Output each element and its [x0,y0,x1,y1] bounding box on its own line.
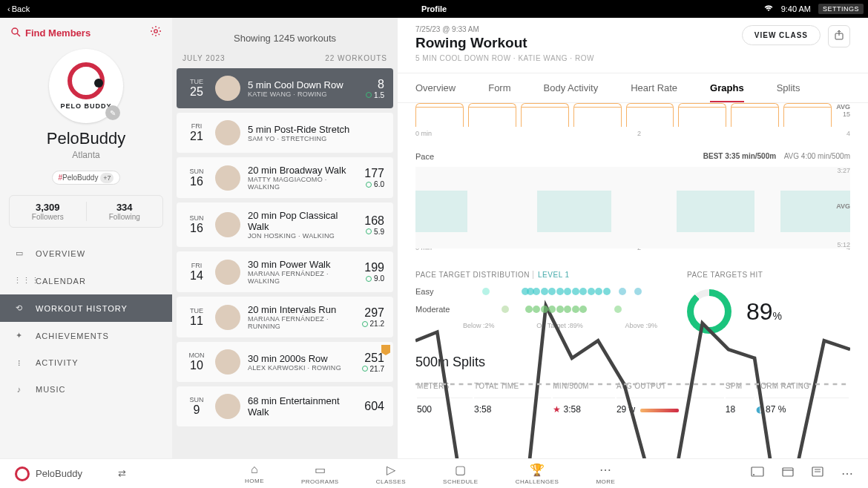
pace-best: BEST 3:35 min/500m [703,152,776,160]
home-icon: ⌂ [251,463,258,476]
settings-button[interactable]: SETTINGS [818,4,864,14]
instructor-avatar [215,394,240,419]
programs-icon: ▭ [315,463,326,477]
followers-stat[interactable]: 3,309 Followers [10,202,87,221]
bottom-nav-programs[interactable]: ▭PROGRAMS [301,463,339,485]
challenges-icon: 🏆 [530,463,545,477]
switch-user-icon[interactable]: ⇄ [118,468,126,479]
schedule-icon: ▢ [455,463,467,477]
calendar-grid-icon: ⋮⋮⋮ [13,276,25,286]
followers-label: Followers [10,213,86,221]
workout-title: Rowing Workout [415,35,742,51]
dist-easy-dots [463,286,657,297]
tab-splits[interactable]: Splits [777,73,800,102]
workout-row[interactable]: FRI21 5 min Post-Ride StretchSAM YO · ST… [177,113,393,153]
strip-avg-value: 15 [836,111,850,118]
music-icon: ♪ [13,385,25,394]
pace-chart: 3:27 AVG 5:12 [415,167,850,248]
more-icon: ⋯ [599,463,612,477]
instructor-avatar [215,260,240,285]
view-class-button[interactable]: VIEW CLASS [742,25,821,45]
pace-y-top: 3:27 [837,167,850,174]
nav-overview[interactable]: ▭OVERVIEW [0,240,172,267]
svg-point-2 [154,30,157,33]
brand-logo-icon [15,466,30,481]
cast-icon[interactable] [751,466,764,481]
workout-row[interactable]: SUN16 20 min Broadway WalkMATTY MAGGIACO… [177,157,393,198]
nav-activity[interactable]: ⫶ACTIVITY [0,349,172,376]
strip-avg-label: AVG [836,103,850,111]
instructor-avatar [215,120,240,145]
back-button[interactable]: ‹ Back [0,4,30,13]
bottom-username: PeloBuddy [36,468,82,479]
profile-sidebar: Find Members PELO BUDDY ✎ PeloBuddy Atla… [0,18,172,458]
stroke-rate-strip-chart: AVG 15 [415,103,850,134]
svg-point-6 [753,474,754,475]
nav-workout-history[interactable]: ⟲WORKOUT HISTORY [0,294,172,322]
tab-form[interactable]: Form [488,73,510,102]
tab-graphs[interactable]: Graphs [710,73,744,102]
following-count: 334 [87,202,163,213]
instructor-avatar [215,305,240,330]
instructor-avatar [215,349,240,375]
share-button[interactable] [828,25,850,47]
profile-avatar[interactable]: PELO BUDDY ✎ [49,49,123,123]
workout-row[interactable]: SUN9 68 min Entertainment Walk 604 [177,386,393,426]
tab-body-activity[interactable]: Body Activity [544,73,599,102]
back-label: Back [12,4,30,13]
workout-datetime: 7/25/23 @ 9:33 AM [415,25,742,33]
feed-icon[interactable] [812,466,823,481]
following-stat[interactable]: 334 Following [87,202,163,221]
more-dots-icon[interactable]: ⋯ [841,466,853,481]
month-workout-count: 22 workouts [325,54,387,62]
sidebar-nav: ▭OVERVIEW ⋮⋮⋮CALENDAR ⟲WORKOUT HISTORY ✦… [0,240,172,403]
page-title: Profile [421,4,447,13]
share-icon [834,30,844,43]
tab-heart-rate[interactable]: Heart Rate [631,73,677,102]
following-label: Following [87,213,163,221]
follow-stats: 3,309 Followers 334 Following [9,195,163,228]
instructor-avatar [215,212,240,237]
user-location: Atlanta [0,150,172,160]
bottom-nav-classes[interactable]: ▷CLASSES [376,463,406,485]
workout-detail-pane: 7/25/23 @ 9:33 AM Rowing Workout 5 MIN C… [398,18,868,458]
bottom-nav-home[interactable]: ⌂HOME [245,463,264,485]
hashtag-pill[interactable]: #PeloBuddy +7 [52,171,121,185]
month-label: JULY 2023 [183,54,226,62]
nav-achievements[interactable]: ✦ACHIEVEMENTS [0,322,172,349]
gear-icon[interactable] [150,25,162,40]
followers-count: 3,309 [10,202,86,213]
bottom-nav-challenges[interactable]: 🏆CHALLENGES [516,463,559,485]
workout-row[interactable]: TUE25 5 min Cool Down RowKATIE WANG · RO… [177,68,393,108]
find-members-link[interactable]: Find Members [10,27,91,39]
bottom-tab-bar: PeloBuddy ⇄ ⌂HOME▭PROGRAMS▷CLASSES▢SCHED… [0,458,868,488]
hashtag-count: +7 [100,173,114,183]
instructor-avatar [215,76,240,101]
detail-tabs: OverviewFormBody ActivityHeart RateGraph… [398,73,868,103]
hashtag-label: PeloBuddy [62,174,98,182]
bottom-nav-more[interactable]: ⋯MORE [596,463,615,485]
nav-music[interactable]: ♪MUSIC [0,376,172,403]
edit-avatar-icon[interactable]: ✎ [105,105,120,120]
calendar-icon[interactable] [782,466,794,481]
tab-overview[interactable]: Overview [415,73,456,102]
wifi-icon [763,4,774,13]
workout-row[interactable]: MON10 30 min 2000s RowALEX KARWOSKI · RO… [177,342,393,382]
pace-label: Pace [415,152,434,161]
nav-calendar[interactable]: ⋮⋮⋮CALENDAR [0,267,172,294]
classes-icon: ▷ [387,463,396,477]
clock-time: 9:40 AM [781,4,811,13]
workout-list: TUE25 5 min Cool Down RowKATIE WANG · RO… [172,68,398,458]
bottom-nav-schedule[interactable]: ▢SCHEDULE [443,463,479,485]
dist-mod-dots [463,304,657,314]
bars-icon: ⫶ [13,358,25,367]
search-icon [10,27,21,39]
avatar-text: PELO BUDDY [60,102,111,110]
chevron-left-icon: ‹ [7,4,10,13]
pace-y-bot: 5:12 [837,241,850,248]
workout-row[interactable]: TUE11 20 min Intervals RunMARIANA FERNÁN… [177,297,393,337]
workout-row[interactable]: FRI14 30 min Power WalkMARIANA FERNÁNDEZ… [177,251,393,292]
workout-row[interactable]: SUN16 20 min Pop Classical WalkJON HOSKI… [177,202,393,247]
svg-point-0 [12,28,18,34]
workout-subtitle: 5 MIN COOL DOWN ROW · KATIE WANG · ROW [415,54,742,62]
